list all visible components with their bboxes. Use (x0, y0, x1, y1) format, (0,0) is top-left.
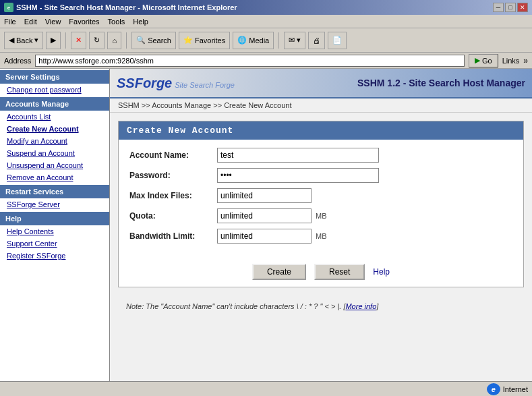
quota-unit: MB (316, 212, 327, 220)
address-label: Address (4, 57, 31, 65)
address-input[interactable] (35, 55, 465, 67)
app-icon: e (4, 3, 13, 12)
max-index-row: Max Index Files: (129, 188, 512, 203)
maximize-button[interactable]: □ (505, 3, 516, 12)
search-button[interactable]: 🔍 Search (131, 32, 176, 49)
stop-icon: ✕ (76, 36, 82, 45)
home-button[interactable]: ⌂ (107, 32, 121, 49)
close-button[interactable]: ✕ (517, 3, 528, 12)
menu-edit[interactable]: Edit (24, 18, 37, 26)
minimize-button[interactable]: ─ (493, 3, 504, 12)
print-icon: 🖨 (313, 36, 320, 45)
breadcrumb-accounts-manage: Accounts Manage (152, 101, 211, 109)
accounts-manage-header: Accounts Manage (0, 97, 109, 111)
edit-button[interactable]: 📄 (328, 32, 347, 49)
max-index-input[interactable] (217, 188, 312, 203)
ssforge-logo: SSForge Site Search Forge (117, 76, 235, 91)
title-bar: e SSHM - Site Search Host Manager - Micr… (0, 0, 532, 15)
sidebar-item-create-new-account[interactable]: Create New Account (0, 123, 109, 135)
status-icon-area: e Internet (487, 383, 528, 395)
create-button[interactable]: Create (252, 264, 306, 280)
sidebar-item-unsuspend-account[interactable]: Unsuspend an Account (0, 159, 109, 171)
go-button[interactable]: ▶ Go (469, 54, 498, 67)
breadcrumb-sep-1: >> (142, 101, 152, 109)
menu-tools[interactable]: Tools (108, 18, 125, 26)
app-title: SSHM 1.2 - Site Search Host Manager (357, 78, 525, 88)
password-label: Password: (129, 171, 217, 180)
sidebar-item-modify-account[interactable]: Modify an Account (0, 135, 109, 147)
note-text-after: ] (376, 302, 378, 310)
stop-button[interactable]: ✕ (71, 32, 86, 49)
menu-help[interactable]: Help (133, 18, 148, 26)
back-icon: ◀ (9, 36, 14, 45)
forward-button[interactable]: ▶ (46, 32, 61, 49)
media-icon: 🌐 (237, 36, 247, 45)
ssforge-name: SSForge (117, 76, 172, 91)
sidebar-item-remove-account[interactable]: Remove an Account (0, 171, 109, 183)
mail-icon: ✉ (289, 36, 295, 45)
toolbar: ◀ Back ▾ ▶ ✕ ↻ ⌂ 🔍 Search ⭐ Favorites 🌐 … (0, 28, 532, 53)
mail-button[interactable]: ✉ ▾ (284, 32, 305, 49)
ssforge-header: SSForge Site Search Forge SSHM 1.2 - Sit… (110, 69, 532, 98)
media-button[interactable]: 🌐 Media (233, 32, 274, 49)
sidebar-item-ssforge-server[interactable]: SSForge Server (0, 198, 109, 210)
content-area: SSForge Site Search Forge SSHM 1.2 - Sit… (110, 69, 532, 381)
address-bar: Address ▶ Go Links » (0, 53, 532, 69)
form-help-link[interactable]: Help (373, 267, 390, 277)
sidebar-item-support-center[interactable]: Support Center (0, 237, 109, 250)
server-settings-header: Server Settings (0, 70, 109, 84)
window-controls[interactable]: ─ □ ✕ (493, 3, 528, 12)
search-icon: 🔍 (136, 36, 146, 45)
password-input[interactable] (217, 168, 379, 183)
account-name-input[interactable] (217, 148, 379, 163)
refresh-button[interactable]: ↻ (89, 32, 105, 49)
sidebar-item-accounts-list[interactable]: Accounts List (0, 111, 109, 123)
quota-input[interactable] (217, 208, 312, 223)
home-icon: ⌂ (112, 36, 117, 45)
status-bar: e Internet (0, 381, 532, 396)
edit-icon: 📄 (332, 36, 342, 45)
menu-file[interactable]: File (4, 18, 16, 26)
create-account-form: Create New Account Account Name: Passwor… (118, 121, 524, 287)
account-name-row: Account Name: (129, 148, 512, 163)
refresh-icon: ↻ (94, 36, 100, 45)
print-button[interactable]: 🖨 (308, 32, 325, 49)
quota-row: Quota: MB (129, 208, 512, 223)
back-button[interactable]: ◀ Back ▾ (4, 32, 43, 49)
breadcrumb-create-new-account: Create New Account (224, 101, 291, 109)
internet-label: Internet (503, 385, 528, 393)
more-info-link[interactable]: More info (345, 302, 376, 310)
toolbar-separator-3 (278, 32, 279, 49)
sidebar-item-register-ssforge[interactable]: Register SSForge (0, 250, 109, 262)
breadcrumb-sshm: SSHM (118, 101, 140, 109)
bandwidth-row: Bandwidth Limit: MB (129, 229, 512, 244)
menu-favorites[interactable]: Favorites (69, 18, 99, 26)
quota-label: Quota: (129, 211, 217, 221)
password-row: Password: (129, 168, 512, 183)
max-index-label: Max Index Files: (129, 191, 217, 200)
forward-icon: ▶ (51, 36, 56, 45)
window-title: SSHM - Site Search Host Manager - Micros… (16, 3, 237, 11)
toolbar-separator-2 (126, 32, 127, 49)
ssforge-tagline: Site Search Forge (175, 81, 235, 89)
note-area: Note: The "Account Name" can't include c… (110, 295, 532, 317)
go-icon: ▶ (475, 56, 480, 65)
form-body: Account Name: Password: Max Index Files:… (119, 140, 523, 257)
star-icon: ⭐ (183, 36, 193, 45)
ie-icon: e (487, 383, 500, 395)
breadcrumb-sep-2: >> (213, 101, 224, 109)
account-name-label: Account Name: (129, 150, 217, 160)
favorites-button[interactable]: ⭐ Favorites (179, 32, 230, 49)
sidebar-item-change-root-password[interactable]: Change root password (0, 84, 109, 96)
menu-bar: File Edit View Favorites Tools Help (0, 15, 532, 28)
menu-view[interactable]: View (45, 18, 61, 26)
reset-button[interactable]: Reset (314, 264, 365, 280)
sidebar-item-suspend-account[interactable]: Suspend an Account (0, 147, 109, 159)
restart-services-header: Restart Services (0, 185, 109, 198)
main-area: Server Settings Change root password Acc… (0, 69, 532, 381)
bandwidth-unit: MB (316, 232, 327, 240)
links-label: Links (502, 57, 520, 65)
form-title: Create New Account (119, 121, 523, 140)
bandwidth-input[interactable] (217, 229, 312, 244)
sidebar-item-help-contents[interactable]: Help Contents (0, 225, 109, 237)
